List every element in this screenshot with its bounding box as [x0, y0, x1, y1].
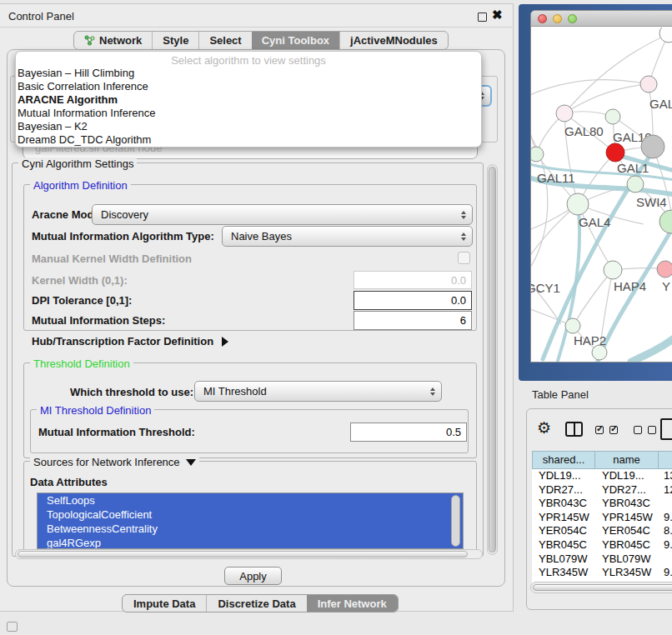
algorithm-option-aracne-algorithm[interactable]: ARACNE Algorithm	[16, 93, 481, 107]
table-row[interactable]: YBR043CYBR043C	[532, 497, 672, 511]
close-panel-icon[interactable]: ✖	[492, 8, 503, 22]
data-attributes-list[interactable]: SelfLoopsTopologicalCoefficientBetweenne…	[37, 492, 464, 549]
attribute-item-betweennesscentrality[interactable]: BetweennessCentrality	[38, 522, 463, 536]
tab-impute-data[interactable]: Impute Data	[123, 595, 206, 612]
network-window-titlebar[interactable]	[531, 11, 672, 27]
mi-threshold-field[interactable]	[350, 422, 467, 442]
network-edge[interactable]	[531, 204, 578, 272]
network-node-gal10[interactable]	[605, 109, 620, 124]
algorithm-option-bayesian-hill-climbing[interactable]: Bayesian – Hill Climbing	[16, 67, 481, 80]
dpi-tolerance-label: DPI Tolerance [0,1]:	[32, 294, 132, 307]
table-row[interactable]: YDL19...YDL19...13	[532, 469, 672, 483]
network-node-gal11[interactable]	[531, 147, 544, 162]
node-label: HAP4	[614, 279, 646, 293]
settings-vertical-scrollbar[interactable]	[487, 164, 498, 555]
mi-algorithm-type-combobox[interactable]: Naive Bayes	[222, 226, 473, 247]
column-header-name[interactable]: name	[594, 451, 659, 469]
network-node-gal4[interactable]	[567, 193, 589, 215]
tab-network[interactable]: Network	[74, 32, 152, 49]
network-window: GALGAL80GAL10GAL11GAL1SWI4GAL4GCY1HAP4YH…	[530, 10, 672, 362]
table-row[interactable]: YBR045CYBR045C9.	[532, 538, 672, 552]
manual-kernel-checkbox[interactable]	[458, 252, 470, 264]
kernel-width-field[interactable]	[354, 271, 472, 289]
new-table-icon[interactable]	[660, 418, 672, 440]
network-node-hap2[interactable]	[565, 318, 580, 333]
network-node[interactable]	[641, 135, 664, 158]
table-cell: YBR045C	[595, 538, 659, 552]
aracne-mode-combobox[interactable]: Discovery	[92, 204, 473, 225]
expander-expanded-icon	[186, 459, 196, 466]
scrollbar-thumb[interactable]	[18, 551, 468, 558]
node-label: GAL11	[537, 171, 575, 185]
split-table-icon[interactable]	[565, 422, 583, 437]
table-horizontal-scrollbar[interactable]	[530, 582, 672, 593]
scrollbar-thumb[interactable]	[489, 167, 496, 552]
tab-discretize-data[interactable]: Discretize Data	[206, 595, 306, 612]
table-cell: 9.	[659, 538, 672, 552]
minimize-window-icon[interactable]	[553, 14, 562, 23]
mi-threshold-label: Mutual Information Threshold:	[38, 426, 195, 438]
attribute-item-selfloops[interactable]: SelfLoops	[38, 493, 463, 508]
expander-collapsed-icon	[222, 337, 228, 347]
network-node-gal1[interactable]	[627, 176, 644, 192]
tab-select[interactable]: Select	[198, 32, 251, 49]
tab-infer-network[interactable]: Infer Network	[307, 595, 398, 612]
algorithm-option-mutual-information-inference[interactable]: Mutual Information Inference	[16, 107, 481, 120]
select-all-icon[interactable]	[595, 426, 604, 434]
select-all-icon[interactable]	[609, 426, 618, 434]
column-header-shared[interactable]: shared...	[532, 451, 595, 469]
mi-steps-label: Mutual Information Steps:	[32, 314, 165, 327]
network-node-gal80[interactable]	[556, 105, 573, 122]
docked-panel-icon[interactable]	[7, 622, 18, 632]
node-label: GAL1	[617, 161, 649, 175]
network-node-hap4[interactable]	[604, 261, 622, 279]
table-row[interactable]: YER054CYER054C8.	[532, 524, 672, 538]
settings-gear-icon[interactable]: ⚙	[537, 419, 551, 438]
attribute-item-topologicalcoefficient[interactable]: TopologicalCoefficient	[38, 508, 463, 522]
network-edge[interactable]	[531, 80, 649, 98]
deselect-all-icon[interactable]	[634, 426, 642, 434]
network-canvas[interactable]: GALGAL80GAL10GAL11GAL1SWI4GAL4GCY1HAP4YH…	[531, 28, 672, 362]
network-node-swi4[interactable]	[659, 210, 672, 233]
scrollbar-thumb[interactable]	[533, 584, 672, 591]
which-threshold-combobox[interactable]: MI Threshold	[194, 381, 442, 402]
dpi-tolerance-field[interactable]	[354, 291, 472, 310]
attribute-item-gal4rgexp[interactable]: gal4RGexp	[38, 536, 463, 549]
network-node-gal[interactable]	[640, 76, 657, 92]
algorithm-option-bayesian-k2[interactable]: Bayesian – K2	[16, 120, 481, 133]
attributes-scrollbar-thumb[interactable]	[451, 495, 460, 547]
network-node[interactable]	[659, 28, 672, 42]
table-row[interactable]: YLR345WYLR345W9.	[532, 566, 672, 580]
column-header-a[interactable]: A	[658, 451, 672, 469]
sources-expander[interactable]: Sources for Network Inference	[30, 456, 199, 468]
network-node-y[interactable]	[657, 261, 672, 278]
zoom-window-icon[interactable]	[568, 14, 577, 23]
tab-style[interactable]: Style	[152, 32, 198, 49]
network-edge-highlighted[interactable]	[598, 228, 672, 361]
hub-definition-expander[interactable]: Hub/Transcription Factor Definition	[32, 335, 228, 348]
deselect-all-icon[interactable]	[648, 426, 656, 434]
apply-button[interactable]: Apply	[224, 567, 282, 585]
algorithm-definition-title: Algorithm Definition	[30, 179, 131, 192]
table-cell: 13	[659, 469, 672, 483]
algorithm-option-basic-correlation-inference[interactable]: Basic Correlation Inference	[16, 80, 481, 93]
table-row[interactable]: YPR145WYPR145W9.	[532, 511, 672, 525]
table-row[interactable]: YBL079WYBL079W	[532, 552, 672, 567]
network-node[interactable]	[606, 143, 624, 162]
table-cell: YPR145W	[532, 511, 595, 525]
algorithm-option-dream8-dc-tdc-algorithm[interactable]: Dream8 DC_TDC Algorithm	[16, 133, 481, 147]
network-edge-highlighted[interactable]	[631, 334, 672, 362]
settings-horizontal-scrollbar[interactable]	[15, 549, 483, 559]
close-window-icon[interactable]	[538, 14, 547, 23]
titlebar-divider	[0, 27, 512, 28]
tab-cyni-toolbox[interactable]: Cyni Toolbox	[252, 32, 339, 49]
network-edge[interactable]	[531, 272, 561, 324]
mi-steps-field[interactable]	[354, 311, 472, 330]
tab-jactivemnodules[interactable]: jActiveMNodules	[339, 32, 448, 49]
combo-value: Naive Bayes	[231, 230, 292, 242]
table-cell: YDR27...	[532, 483, 595, 498]
network-node[interactable]	[592, 345, 607, 360]
table-row[interactable]: YDR27...YDR27...12	[532, 483, 672, 498]
float-panel-icon[interactable]	[478, 12, 487, 22]
settings-group-title: Cyni Algorithm Settings	[18, 158, 137, 170]
